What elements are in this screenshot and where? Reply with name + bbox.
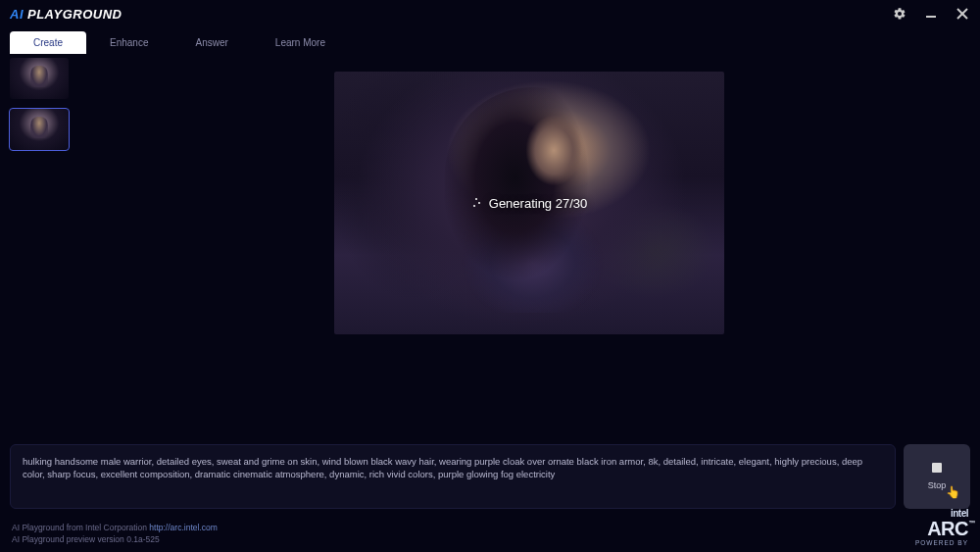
generation-status-text: Generating 27/30 [489,196,587,211]
settings-icon[interactable] [892,6,907,22]
tab-bar: Create Enhance Answer Learn More [0,31,980,54]
thumbnail-2[interactable] [10,109,69,150]
cursor-icon: 👆 [946,485,960,499]
canvas-area: Generating 27/30 [78,58,980,430]
thumbnail-1[interactable] [10,58,69,99]
stop-icon [932,463,942,473]
tab-answer[interactable]: Answer [172,31,252,54]
main-content: Generating 27/30 [0,58,980,430]
stop-button[interactable]: Stop 👆 [904,444,970,509]
stop-button-label: Stop [928,480,947,490]
generation-status: Generating 27/30 [471,196,587,211]
bottom-row: hulking handsome male warrior, detailed … [0,444,980,509]
footer-text: AI Playground from Intel Corporation htt… [12,523,218,546]
prompt-input[interactable]: hulking handsome male warrior, detailed … [10,444,896,509]
titlebar: AI PLAYGROUND [0,0,980,27]
thumbnail-sidebar [0,58,78,430]
brand-badge: intel ARC™ POWERED BY [915,509,968,547]
brand-arc: ARC™ [915,519,968,538]
tab-learn-more[interactable]: Learn More [252,31,349,54]
tab-enhance[interactable]: Enhance [86,31,172,54]
tab-create[interactable]: Create [10,31,86,54]
footer-line1: AI Playground from Intel Corporation [12,523,149,532]
footer-version: AI Playground preview version 0.1a-525 [12,534,218,546]
minimize-icon[interactable] [923,6,939,22]
generated-image: Generating 27/30 [334,72,724,334]
spinner-icon [471,198,481,208]
brand-powered: POWERED BY [915,540,968,547]
logo-playground: PLAYGROUND [27,7,122,22]
close-icon[interactable] [955,6,970,22]
logo-ai: AI [10,7,24,22]
app-logo: AI PLAYGROUND [10,7,122,22]
footer-link[interactable]: http://arc.intel.com [149,523,217,532]
window-controls [892,6,970,22]
footer: AI Playground from Intel Corporation htt… [12,509,968,547]
